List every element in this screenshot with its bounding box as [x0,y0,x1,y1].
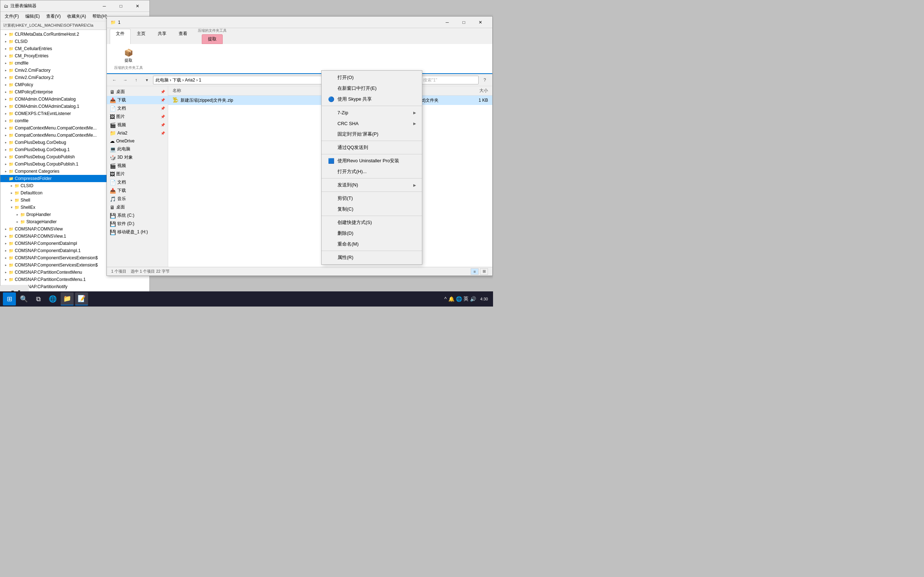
tab-view[interactable]: 查看 [173,29,194,44]
sidebar-item-移动硬盘_1H:[interactable]: 💾移动硬盘_1 (H:) [107,228,168,236]
expand-arrow-icon[interactable]: ▸ [9,183,14,188]
context-menu-item[interactable]: 7-Zip▶ [321,107,422,118]
explorer-taskbar-button[interactable]: 📁 [61,292,74,305]
expand-arrow-icon[interactable]: ▸ [3,241,8,246]
tray-expand[interactable]: ^ [444,296,447,302]
expand-arrow-icon[interactable]: ▸ [9,190,14,195]
sidebar-item-此电脑[interactable]: 💻此电脑 [107,145,168,153]
expand-arrow-icon[interactable]: ▸ [15,219,20,224]
expand-arrow-icon[interactable]: ▸ [3,234,8,239]
context-menu-item[interactable]: 打开(O) [321,72,422,83]
menu-view[interactable]: 查看(V) [43,13,63,20]
expand-arrow-icon[interactable]: ▸ [3,39,8,44]
sidebar-item-桌面[interactable]: 🖥桌面 [107,203,168,211]
expand-arrow-icon[interactable]: ▸ [3,104,8,109]
expand-arrow-icon[interactable]: ▸ [3,226,8,232]
column-size[interactable]: 大小 [459,88,488,94]
expand-arrow-icon[interactable]: ▸ [3,255,8,260]
expand-arrow-icon[interactable]: ▸ [3,32,8,37]
expand-arrow-icon[interactable]: ▸ [3,248,8,253]
forward-button[interactable]: → [121,76,130,84]
sidebar-item-音乐[interactable]: 🎵音乐 [107,195,168,203]
explorer-minimize-button[interactable]: ─ [439,17,456,28]
close-button[interactable]: ✕ [129,1,146,11]
context-menu-item[interactable]: 固定到'开始'屏幕(P) [321,129,422,140]
sidebar-item-图片[interactable]: 🖼图片 [107,170,168,178]
search-box[interactable]: 🔍 搜索"1" [414,76,478,84]
sidebar-item-桌面[interactable]: 🖥桌面📌 [107,88,168,96]
context-menu-item[interactable]: 剪切(T) [321,193,422,204]
tab-file[interactable]: 文件 [110,29,131,44]
sidebar-item-视频[interactable]: 🎬视频📌 [107,121,168,129]
context-menu-item[interactable]: 发送到(N)▶ [321,180,422,190]
expand-arrow-icon[interactable]: ▸ [3,270,8,275]
clock[interactable]: 4:30 [478,296,490,302]
context-menu-item[interactable]: 在新窗口中打开(E) [321,83,422,94]
registry-taskbar-button[interactable]: 📝 [75,292,88,305]
explorer-maximize-button[interactable]: □ [456,17,472,28]
expand-arrow-icon[interactable]: ▸ [3,263,8,268]
expand-arrow-icon[interactable]: ▸ [3,277,8,282]
extract-all-button[interactable]: 📦 提取 [121,47,136,64]
expand-arrow-icon[interactable]: ▸ [3,111,8,116]
context-menu-item[interactable]: CRC SHA▶ [321,118,422,129]
sidebar-item-文档[interactable]: 📄文档 [107,178,168,187]
tab-extract[interactable]: 提取 [202,34,223,44]
expand-arrow-icon[interactable]: ▸ [3,126,8,131]
tree-item[interactable]: ▸📁COMSNAP.CPartitionContextMenu.1 [0,276,149,283]
task-view-button[interactable]: ⧉ [32,292,45,305]
context-menu-item[interactable]: 复制(C) [321,204,422,214]
context-menu-item[interactable]: 属性(R) [321,252,422,263]
expand-arrow-icon[interactable]: ▾ [9,205,14,210]
menu-favorites[interactable]: 收藏夹(A) [64,13,89,20]
recent-button[interactable]: ▾ [142,76,152,84]
sidebar-item-下载[interactable]: 📥下载📌 [107,96,168,104]
start-button[interactable]: ⊞ [3,292,16,305]
maximize-button[interactable]: □ [113,1,129,11]
context-menu-item[interactable]: 创建快捷方式(S) [321,217,422,228]
expand-arrow-icon[interactable]: ▸ [3,118,8,123]
sidebar-item-下载[interactable]: 📥下载 [107,187,168,195]
expand-arrow-icon[interactable]: ▸ [3,97,8,102]
expand-arrow-icon[interactable]: ▸ [3,53,8,58]
context-menu-item[interactable]: 🔵使用 Skype 共享 [321,94,422,105]
sidebar-item-视频[interactable]: 🎬视频 [107,161,168,170]
expand-arrow-icon[interactable]: ▸ [3,75,8,80]
tray-network[interactable]: 🌐 [456,296,462,302]
view-details-button[interactable]: ≡ [471,268,478,275]
expand-arrow-icon[interactable]: ▸ [3,154,8,160]
sidebar-item-3D对象[interactable]: 🎲3D 对象 [107,153,168,161]
sidebar-item-图片[interactable]: 🖼图片📌 [107,113,168,121]
search-taskbar-button[interactable]: 🔍 [17,292,30,305]
sidebar-item-文档[interactable]: 📄文档📌 [107,104,168,113]
expand-arrow-icon[interactable]: ▸ [3,46,8,51]
sidebar-item-OneDrive[interactable]: ☁OneDrive [107,137,168,145]
expand-arrow-icon[interactable]: ▾ [3,176,8,181]
tray-notification[interactable]: 🔔 [448,296,454,302]
sidebar-item-Aria2[interactable]: 📁Aria2📌 [107,129,168,137]
expand-arrow-icon[interactable]: ▸ [3,68,8,73]
menu-file[interactable]: 文件(F) [2,13,22,20]
up-button[interactable]: ↑ [131,76,141,84]
sidebar-item-软件D:[interactable]: 💾软件 (D:) [107,220,168,228]
tab-share[interactable]: 共享 [152,29,173,44]
edge-button[interactable]: 🌐 [46,292,59,305]
tab-home[interactable]: 主页 [131,29,152,44]
expand-arrow-icon[interactable]: ▸ [3,169,8,174]
back-button[interactable]: ← [110,76,119,84]
expand-arrow-icon[interactable]: ▸ [3,161,8,167]
expand-arrow-icon[interactable]: ▸ [3,82,8,87]
context-menu-item[interactable]: 删除(D) [321,228,422,239]
expand-arrow-icon[interactable]: ▸ [15,212,20,217]
expand-arrow-icon[interactable]: ▸ [3,61,8,66]
column-name[interactable]: 名称 [173,88,344,94]
tray-volume[interactable]: 🔊 [470,296,476,302]
context-menu-item[interactable]: 打开方式(H)... [321,166,422,177]
explorer-close-button[interactable]: ✕ [472,17,489,28]
context-menu-item[interactable]: 重命名(M) [321,239,422,250]
expand-arrow-icon[interactable]: ▸ [3,140,8,145]
menu-edit[interactable]: 编辑(E) [23,13,43,20]
context-menu-item[interactable]: 通过QQ发送到 [321,142,422,153]
minimize-button[interactable]: ─ [96,1,113,11]
expand-arrow-icon[interactable]: ▸ [3,89,8,95]
